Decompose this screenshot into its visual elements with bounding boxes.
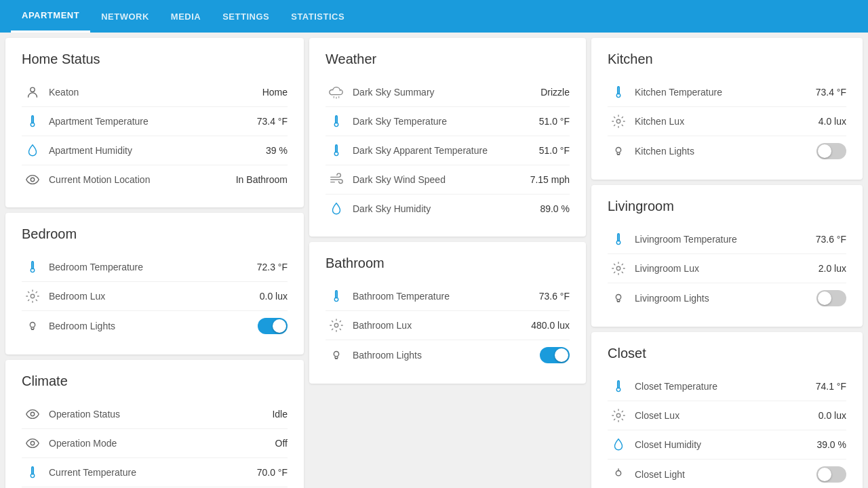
nav-bar: APARTMENT NETWORK MEDIA SETTINGS STATIST… [0,0,868,33]
home-status-card: Home Status Keaton Home Apartment Temper… [5,38,304,207]
kitchen-temp-value: 73.4 °F [816,87,846,98]
svg-point-8 [31,441,35,445]
nav-settings[interactable]: SETTINGS [212,0,280,33]
svg-point-0 [31,87,35,92]
bed-temp-value: 72.3 °F [257,262,288,272]
closet-light-toggle[interactable] [816,466,846,483]
sky-wind-value: 7.15 mph [530,174,570,185]
row-sky-summary: Dark Sky Summary Drizzle [326,78,570,107]
living-temp-label: Livingroom Temperature [635,234,816,245]
sky-temp-icon [326,114,347,129]
row-closet-temp: Closet Temperature 74.1 °F [608,372,846,401]
bath-lights-label: Bathroom Lights [353,350,540,361]
climate-card: Climate Operation Status Idle Operation … [5,360,304,488]
nav-network[interactable]: NETWORK [90,0,160,33]
living-lights-label: Livingroom Lights [635,293,816,304]
bed-temp-label: Bedroom Temperature [49,262,257,272]
nav-apartment[interactable]: APARTMENT [11,0,90,33]
bath-lights-toggle[interactable] [540,347,570,363]
row-bed-temp: Bedroom Temperature 72.3 °F [22,253,288,282]
row-motion: Current Motion Location In Bathroom [22,165,288,194]
person-icon [22,85,43,100]
bed-lux-label: Bedroom Lux [49,291,260,302]
sky-summary-icon [326,85,347,100]
sky-temp-label: Dark Sky Temperature [353,116,539,127]
svg-point-23 [616,148,620,152]
sky-wind-label: Dark Sky Wind Speed [353,174,530,185]
op-status-icon [22,407,43,422]
row-bath-temp: Bathroom Temperature 73.6 °F [326,282,570,311]
kitchen-lux-value: 4.0 lux [818,116,846,127]
row-sky-temp: Dark Sky Temperature 51.0 °F [326,107,570,136]
row-sky-apparent: Dark Sky Apparent Temperature 51.0 °F [326,136,570,165]
svg-point-7 [31,412,35,416]
climate-title: Climate [22,373,288,389]
svg-point-27 [616,295,620,300]
right-column: Kitchen Kitchen Temperature 73.4 °F Kitc… [591,38,863,488]
closet-lux-value: 0.0 lux [818,410,846,421]
row-bed-lights: Bedroom Lights [22,311,288,341]
sky-humidity-label: Dark Sky Humidity [353,203,540,214]
bath-lux-icon [326,318,347,333]
row-bed-lux: Bedroom Lux 0.0 lux [22,282,288,311]
bedroom-title: Bedroom [22,226,288,242]
row-closet-lux: Closet Lux 0.0 lux [608,401,846,430]
bath-temp-icon [326,289,347,304]
closet-light-label: Closet Light [635,469,816,480]
row-living-temp: Livingroom Temperature 73.6 °F [608,225,846,254]
livingroom-title: Livingroom [608,199,846,214]
op-mode-icon [22,436,43,451]
nav-media[interactable]: MEDIA [160,0,212,33]
row-kitchen-temp: Kitchen Temperature 73.4 °F [608,78,846,107]
left-column: Home Status Keaton Home Apartment Temper… [5,38,304,488]
sky-summary-label: Dark Sky Summary [353,87,540,98]
closet-humidity-value: 39.0 % [816,439,846,450]
row-sky-humidity: Dark Sky Humidity 89.0 % [326,195,570,223]
current-temp-icon [22,465,43,480]
bathroom-card: Bathroom Bathroom Temperature 73.6 °F Ba… [309,242,586,384]
current-temp-value: 70.0 °F [257,467,288,478]
row-apt-humidity: Apartment Humidity 39 % [22,136,288,165]
row-closet-humidity: Closet Humidity 39.0 % [608,430,846,460]
bed-temp-icon [22,260,43,274]
nav-statistics[interactable]: STATISTICS [280,0,355,33]
living-lights-toggle[interactable] [816,290,846,306]
closet-humidity-icon [608,437,629,452]
row-living-lights: Livingroom Lights [608,283,846,313]
svg-point-30 [616,413,620,418]
svg-point-26 [616,266,620,270]
row-apt-temp: Apartment Temperature 73.4 °F [22,107,288,136]
motion-label: Current Motion Location [49,174,236,185]
kitchen-lux-icon [608,114,629,129]
bedroom-card: Bedroom Bedroom Temperature 72.3 °F Bedr… [5,213,304,354]
kitchen-lights-toggle[interactable] [816,143,846,159]
sky-apparent-value: 51.0 °F [539,145,570,156]
op-status-value: Idle [272,409,288,420]
closet-card: Closet Closet Temperature 74.1 °F Closet… [591,332,863,488]
op-mode-value: Off [275,438,288,449]
bed-lights-toggle[interactable] [258,318,288,334]
svg-point-22 [616,119,620,123]
home-status-title: Home Status [22,52,288,67]
weather-card: Weather Dark Sky Summary Drizzle [309,38,586,237]
apt-temp-value: 73.4 °F [257,116,288,127]
living-lux-value: 2.0 lux [818,263,846,274]
kitchen-card: Kitchen Kitchen Temperature 73.4 °F Kitc… [591,38,863,180]
svg-point-4 [31,294,35,298]
row-op-mode: Operation Mode Off [22,429,288,458]
row-current-temp: Current Temperature 70.0 °F [22,458,288,487]
op-mode-label: Operation Mode [49,438,275,449]
row-bath-lights: Bathroom Lights [326,340,570,370]
sky-humidity-icon [326,201,347,216]
svg-point-19 [334,352,338,357]
row-op-status: Operation Status Idle [22,400,288,429]
closet-title: Closet [608,346,846,361]
main-content: Home Status Keaton Home Apartment Temper… [0,33,868,488]
closet-light-icon [608,467,629,482]
svg-point-5 [30,323,35,327]
motion-icon [22,172,43,187]
sky-humidity-value: 89.0 % [540,203,570,214]
sky-apparent-label: Dark Sky Apparent Temperature [353,145,539,156]
closet-temp-icon [608,379,629,394]
middle-column: Weather Dark Sky Summary Drizzle [309,38,586,488]
